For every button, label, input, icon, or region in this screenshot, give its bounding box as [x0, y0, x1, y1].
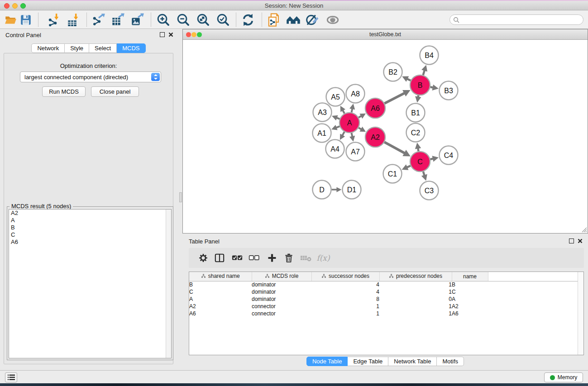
- table-cell[interactable]: 4: [311, 281, 379, 288]
- zoom-selected-button[interactable]: [215, 12, 231, 28]
- edge-C-C1[interactable]: [407, 166, 411, 167]
- tab-node-table[interactable]: Node Table: [306, 357, 348, 366]
- graph-node-A1[interactable]: A1: [313, 124, 331, 143]
- save-session-button[interactable]: [18, 12, 33, 28]
- zoom-fit-button[interactable]: [196, 12, 211, 28]
- close-panel-icon[interactable]: [168, 32, 173, 37]
- table-cell[interactable]: 0: [379, 295, 452, 303]
- tab-mcds[interactable]: MCDS: [117, 43, 145, 53]
- cybrowser-home-button[interactable]: [286, 12, 301, 28]
- close-panel-button[interactable]: Close panel: [91, 86, 139, 97]
- edge-A-A2[interactable]: [359, 128, 361, 129]
- edge-A-A3[interactable]: [336, 118, 339, 119]
- task-history-button[interactable]: [5, 372, 17, 382]
- table-settings-button[interactable]: [196, 251, 210, 265]
- graph-node-D1[interactable]: D1: [343, 181, 361, 199]
- network-zoom-button[interactable]: [197, 32, 202, 37]
- optimization-criterion-dropdown[interactable]: largest connected component (directed): [20, 71, 161, 82]
- graph-node-C1[interactable]: C1: [383, 165, 402, 183]
- import-table-button[interactable]: [66, 12, 81, 28]
- zoom-out-button[interactable]: [176, 12, 191, 28]
- graph-node-B4[interactable]: B4: [420, 46, 439, 65]
- table-row[interactable]: Cdominator41C: [189, 288, 578, 295]
- table-cell[interactable]: 4: [311, 288, 379, 295]
- graph-node-A7[interactable]: A7: [346, 143, 365, 161]
- column-header-MCDS-role[interactable]: MCDS role: [252, 272, 311, 281]
- result-list-item[interactable]: B: [9, 224, 171, 231]
- result-list-item[interactable]: A2: [9, 210, 171, 217]
- mcds-result-list[interactable]: A2ABCA6: [9, 209, 172, 358]
- table-cell[interactable]: A6: [452, 310, 488, 317]
- graph-node-A2[interactable]: A2: [365, 127, 385, 147]
- float-panel-icon[interactable]: [160, 32, 165, 37]
- table-row[interactable]: Bdominator41B: [189, 281, 578, 288]
- import-network-button[interactable]: [47, 12, 62, 28]
- list-scrollbar[interactable]: [166, 210, 171, 358]
- memory-status-button[interactable]: Memory: [544, 372, 583, 382]
- network-minimize-button[interactable]: [191, 32, 196, 37]
- table-cell[interactable]: C: [189, 288, 252, 295]
- tab-style[interactable]: Style: [65, 43, 89, 53]
- deselect-all-button[interactable]: [247, 251, 261, 265]
- graph-node-A3[interactable]: A3: [313, 103, 332, 122]
- edge-A-A5[interactable]: [343, 110, 344, 114]
- table-cell[interactable]: dominator: [252, 295, 311, 303]
- show-graphics-details-button[interactable]: [325, 12, 340, 28]
- clone-network-button[interactable]: [266, 12, 282, 28]
- tab-select[interactable]: Select: [89, 43, 117, 53]
- tab-edge-table[interactable]: Edge Table: [348, 357, 388, 366]
- edge-A2-C[interactable]: [384, 142, 405, 153]
- splitter-handle[interactable]: [179, 192, 182, 202]
- graph-node-B1[interactable]: B1: [406, 104, 425, 122]
- select-all-button[interactable]: [230, 251, 244, 265]
- edge-A6-B[interactable]: [384, 93, 404, 104]
- graph-node-D[interactable]: D: [313, 181, 331, 199]
- table-cell[interactable]: 1: [311, 303, 379, 310]
- edge-A-A8[interactable]: [352, 109, 353, 112]
- edge-A-A4[interactable]: [342, 132, 344, 135]
- column-header-name[interactable]: name: [452, 272, 488, 281]
- edge-A-A7[interactable]: [352, 133, 353, 137]
- graph-node-A5[interactable]: A5: [326, 88, 345, 106]
- edge-B-B2[interactable]: [407, 79, 411, 81]
- graph-node-B3[interactable]: B3: [440, 81, 458, 100]
- tab-motifs[interactable]: Motifs: [437, 357, 464, 366]
- graph-node-C2[interactable]: C2: [406, 124, 425, 142]
- edge-A-A6[interactable]: [359, 116, 361, 118]
- column-header-shared-name[interactable]: shared name: [189, 272, 252, 281]
- graph-node-B[interactable]: B: [410, 75, 430, 95]
- zoom-in-button[interactable]: [156, 12, 171, 28]
- edge-A-A1[interactable]: [336, 126, 340, 128]
- table-scrollbar[interactable]: [578, 272, 583, 355]
- tab-network[interactable]: Network: [31, 43, 65, 53]
- network-graph-canvas[interactable]: B4B2BB3A5A8A6B1A3AA1C2A2A4A7C4CC1C3DD1: [183, 40, 588, 233]
- column-header-predecessor-nodes[interactable]: predecessor nodes: [379, 272, 452, 281]
- table-cell[interactable]: B: [189, 281, 252, 288]
- graph-node-A4[interactable]: A4: [326, 140, 344, 158]
- hide-graphics-details-button[interactable]: [305, 12, 320, 28]
- edge-C-C3[interactable]: [423, 172, 425, 176]
- table-cell[interactable]: connector: [252, 303, 311, 310]
- network-close-button[interactable]: [186, 32, 191, 37]
- table-cell[interactable]: 1: [379, 310, 452, 317]
- refresh-button[interactable]: [240, 12, 256, 28]
- table-cell[interactable]: A: [452, 295, 488, 303]
- export-table-button[interactable]: [110, 12, 126, 28]
- graph-node-A[interactable]: A: [339, 113, 359, 133]
- column-header-successor-nodes[interactable]: successor nodes: [311, 272, 379, 281]
- show-columns-button[interactable]: [213, 251, 226, 265]
- graph-node-C3[interactable]: C3: [420, 181, 439, 200]
- edge-C-C2[interactable]: [418, 148, 418, 151]
- result-list-item[interactable]: A: [9, 217, 171, 224]
- search-input[interactable]: [461, 15, 578, 24]
- tab-network-table[interactable]: Network Table: [388, 357, 437, 366]
- delete-column-button[interactable]: [282, 251, 296, 265]
- graph-node-C[interactable]: C: [410, 152, 430, 172]
- search-field[interactable]: [449, 14, 583, 25]
- edge-B-B4[interactable]: [423, 70, 425, 75]
- create-column-button[interactable]: [265, 251, 279, 265]
- close-table-panel-icon[interactable]: [578, 238, 583, 243]
- export-network-button[interactable]: [91, 12, 106, 28]
- table-cell[interactable]: 1: [379, 281, 452, 288]
- table-cell[interactable]: A6: [189, 310, 252, 317]
